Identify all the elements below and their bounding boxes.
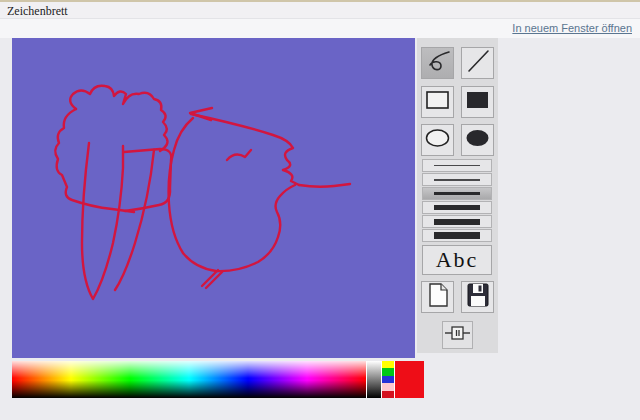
preset-swatch[interactable] xyxy=(382,376,394,383)
line-tool-button[interactable] xyxy=(461,47,494,79)
tool-panel: Abc xyxy=(417,38,498,353)
ellipse-outline-icon xyxy=(424,124,452,156)
rectangle-filled-tool-button[interactable] xyxy=(461,86,494,118)
thickness-option-5px[interactable] xyxy=(422,201,492,214)
link-bar: In neuem Fenster öffnen xyxy=(0,19,640,38)
ellipse-filled-icon xyxy=(464,124,492,156)
thickness-option-1px[interactable] xyxy=(422,159,492,172)
canvas-drawing-layer[interactable] xyxy=(12,38,415,358)
preset-swatch[interactable] xyxy=(382,391,394,398)
new-document-icon xyxy=(424,281,452,313)
preset-swatch[interactable] xyxy=(382,383,394,390)
thickness-option-7px[interactable] xyxy=(422,229,492,242)
open-in-new-window-link[interactable]: In neuem Fenster öffnen xyxy=(512,22,632,34)
component-symbol-icon xyxy=(444,322,471,348)
save-floppy-icon xyxy=(464,281,492,313)
freehand-tool-button[interactable] xyxy=(421,47,454,79)
rectangle-outline-tool-button[interactable] xyxy=(421,86,454,118)
thickness-option-3px[interactable] xyxy=(422,187,492,200)
zeichenbrett-app: Zeichenbrett In neuem Fenster öffnen xyxy=(0,0,640,420)
lightness-overlay xyxy=(12,361,366,398)
drawing-canvas[interactable] xyxy=(12,38,415,358)
color-palette xyxy=(12,361,424,398)
current-color-indicator xyxy=(394,361,424,398)
page-title: Zeichenbrett xyxy=(7,4,68,19)
hue-saturation-picker[interactable] xyxy=(12,361,366,398)
thickness-sample-line xyxy=(434,232,480,239)
thickness-sample-line xyxy=(434,192,480,195)
preset-swatch[interactable] xyxy=(382,368,394,375)
title-bar: Zeichenbrett xyxy=(0,0,640,19)
save-button[interactable] xyxy=(461,281,494,313)
thickness-list xyxy=(422,159,492,243)
preset-swatch-column xyxy=(381,361,394,398)
thickness-sample-line xyxy=(434,219,480,225)
thickness-sample-line xyxy=(434,205,480,210)
line-icon xyxy=(464,47,492,79)
thickness-option-2px[interactable] xyxy=(422,173,492,186)
thickness-sample-line xyxy=(434,165,480,166)
new-document-button[interactable] xyxy=(421,281,454,313)
freehand-icon xyxy=(424,47,452,79)
text-tool-button[interactable]: Abc xyxy=(422,245,492,275)
component-symbol-button[interactable] xyxy=(442,321,473,349)
thickness-option-6px[interactable] xyxy=(422,215,492,228)
thickness-sample-line xyxy=(434,179,480,181)
grayscale-picker[interactable] xyxy=(366,361,381,398)
ellipse-filled-tool-button[interactable] xyxy=(461,124,494,156)
preset-swatch[interactable] xyxy=(382,361,394,368)
canvas-background[interactable] xyxy=(12,38,415,358)
rectangle-filled-icon xyxy=(464,86,492,118)
rectangle-outline-icon xyxy=(424,86,452,118)
ellipse-outline-tool-button[interactable] xyxy=(421,124,454,156)
